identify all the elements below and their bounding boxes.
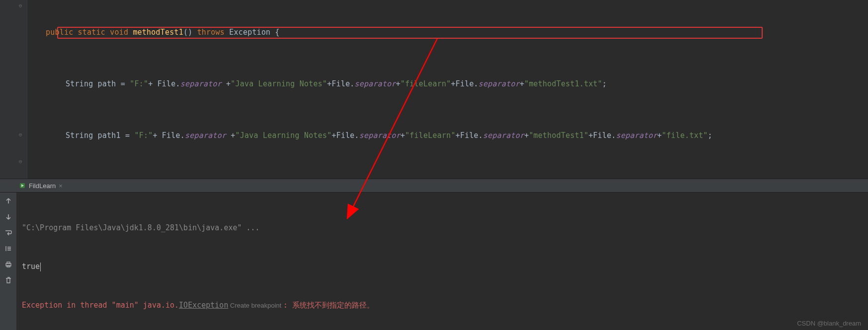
type: Exception (229, 28, 275, 37)
string: "methodTest1" (529, 131, 588, 140)
string: "Java Learning Notes" (236, 131, 332, 140)
op: + (657, 131, 662, 140)
console-panel: "C:\Program Files\Java\jdk1.8.0_281\bin\… (0, 193, 868, 330)
console-tab[interactable]: FildLearn × (15, 181, 67, 191)
print-icon[interactable] (3, 259, 14, 270)
op: +File. (451, 79, 478, 88)
svg-rect-2 (7, 262, 10, 264)
field: separator (478, 79, 520, 88)
field: separator (185, 131, 226, 140)
exception-prefix: Exception in thread "main" java.io. (22, 301, 179, 310)
scroll-to-end-icon[interactable] (3, 243, 14, 254)
semi: ; (602, 79, 607, 88)
field: separator (483, 131, 524, 140)
op: +File. (331, 131, 359, 140)
method-name: methodTest1 (133, 28, 183, 37)
op: + (520, 79, 524, 88)
down-arrow-icon[interactable] (3, 211, 14, 222)
field: separator (180, 79, 222, 88)
console-tab-label: FildLearn (29, 182, 56, 190)
string: "F:" (134, 131, 153, 140)
brace: { (275, 28, 280, 37)
op: + (524, 131, 529, 140)
exception-class-link[interactable]: IOException (179, 301, 228, 310)
string: "file.txt" (662, 131, 708, 140)
op: +File. (456, 131, 483, 140)
decl: String path = (66, 79, 130, 88)
string: "F:" (130, 79, 148, 88)
parens: () (183, 28, 197, 37)
keyword: public static void (46, 28, 133, 37)
collapse-icon[interactable]: ⊖ (19, 159, 25, 165)
code-content[interactable]: public static void methodTest1() throws … (30, 0, 868, 179)
op: + (400, 131, 405, 140)
expand-icon[interactable]: ⊖ (19, 132, 25, 138)
close-icon[interactable]: × (59, 182, 63, 190)
string: "fileLearn" (405, 131, 456, 140)
string: "methodTest1.txt" (524, 79, 602, 88)
op: + (396, 79, 400, 88)
decl: String path1 = (66, 131, 134, 140)
semi: ; (708, 131, 712, 140)
op: + (226, 131, 235, 140)
up-arrow-icon[interactable] (3, 196, 14, 206)
console-tab-bar: FildLearn × (0, 179, 868, 193)
field: separator (355, 79, 396, 88)
op: +File. (327, 79, 354, 88)
string: "fileLearn" (400, 79, 451, 88)
string: "Java Learning Notes" (231, 79, 327, 88)
console-text: true (22, 262, 40, 271)
watermark: CSDN @blank_dream (797, 320, 861, 327)
exception-message: 系统找不到指定的路径。 (292, 301, 374, 310)
exc-colon: : (283, 301, 292, 310)
console-toolbar (0, 193, 17, 330)
op: +File. (588, 131, 616, 140)
text-caret (40, 263, 41, 271)
soft-wrap-icon[interactable] (3, 227, 14, 238)
op: + File. (153, 131, 185, 140)
trash-icon[interactable] (3, 275, 14, 286)
console-cmd: "C:\Program Files\Java\jdk1.8.0_281\bin\… (22, 223, 260, 232)
op: + (222, 79, 231, 88)
code-editor[interactable]: ⊖ ⊖ ⊖ public static void methodTest1() t… (0, 0, 868, 179)
console-output[interactable]: "C:\Program Files\Java\jdk1.8.0_281\bin\… (17, 193, 868, 330)
editor-gutter: ⊖ ⊖ ⊖ (0, 0, 27, 179)
run-config-icon (19, 182, 26, 189)
collapse-icon[interactable]: ⊖ (19, 3, 25, 9)
field: separator (359, 131, 400, 140)
op: + File. (148, 79, 180, 88)
field: separator (616, 131, 657, 140)
keyword: throws (197, 28, 230, 37)
create-breakpoint-hint[interactable]: Create breakpoint (228, 302, 283, 309)
